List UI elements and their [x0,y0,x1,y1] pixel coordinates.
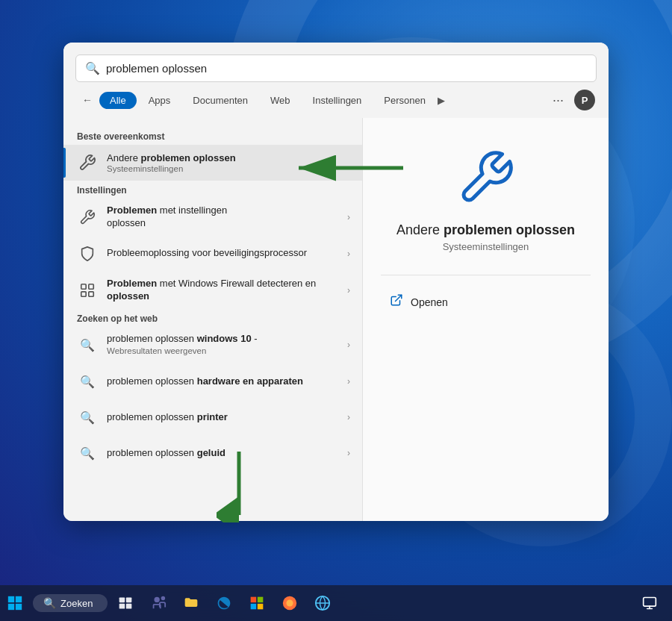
tab-apps[interactable]: Apps [138,92,181,109]
result-beveilig-text: Probleemoplossing voor beveiligingsproce… [107,247,341,260]
right-panel: Andere problemen oplossen Systeeminstell… [362,118,609,521]
chevron-icon-5: › [347,376,350,387]
result-web-geluid[interactable]: 🔍 problemen oplossen geluid › [63,435,362,471]
svg-point-23 [286,599,293,606]
tab-web[interactable]: Web [260,92,301,109]
search-web-icon-2: 🔍 [75,369,99,393]
svg-rect-0 [81,284,86,288]
result-andere-problemen[interactable]: Andere problemen oplossen Systeeminstell… [63,145,362,181]
svg-rect-2 [81,292,86,296]
preview-wrench-icon [456,148,516,210]
section-instellingen: Instellingen [63,181,362,199]
search-web-icon-4: 🔍 [75,441,99,465]
section-beste: Beste overeenkomst [63,127,362,145]
result-andere-text: Andere problemen oplossen Systeeminstell… [107,152,350,174]
result-web-printer-title: problemen oplossen printer [107,411,341,424]
result-beveilig-title: Probleemoplossing voor beveiligingsproce… [107,247,341,260]
tab-instellingen[interactable]: Instellingen [302,92,373,109]
svg-rect-11 [8,604,14,610]
preview-divider [381,275,591,275]
result-web-windows10-title: problemen oplossen windows 10 -Webresult… [107,333,341,358]
search-window: 🔍 ← Alle Apps Documenten Web Instellinge… [63,43,609,521]
settings-icon [314,595,331,611]
user-avatar[interactable]: P [574,90,595,110]
chevron-icon-1: › [347,212,350,222]
start-button[interactable] [0,588,30,618]
svg-line-4 [396,295,402,301]
chevron-icon-7: › [347,448,350,458]
svg-rect-20 [251,604,257,610]
search-input-row[interactable]: 🔍 [75,54,597,82]
result-instellingen-text: Problemen met instellingenoplossen [107,205,341,230]
svg-point-17 [155,597,160,602]
left-panel: Beste overeenkomst Andere problemen oplo… [63,118,362,521]
taskbar-search-label: Zoeken [60,598,93,609]
svg-rect-1 [89,284,93,288]
svg-rect-13 [119,598,125,603]
explorer-button[interactable] [176,588,206,618]
monitor-icon [642,596,657,611]
tab-more-area: ··· P [548,90,595,110]
chevron-icon-6: › [347,412,350,422]
result-beveiligingsprocessor[interactable]: Probleemoplossing voor beveiligingsproce… [63,236,362,272]
openen-button[interactable]: Openen [381,287,457,316]
more-tabs-button[interactable]: ▶ [438,95,445,106]
teams-button[interactable] [143,588,173,618]
search-web-icon-1: 🔍 [75,333,99,357]
result-firewall-title: Problemen met Windows Firewall detectere… [107,278,341,303]
tab-personen[interactable]: Personen [373,92,436,109]
settings-button[interactable] [308,588,337,618]
system-tray[interactable] [635,588,665,618]
explorer-icon [183,596,199,611]
search-icon: 🔍 [85,61,100,75]
tab-documenten[interactable]: Documenten [182,92,258,109]
svg-rect-10 [16,596,22,602]
ellipsis-button[interactable]: ··· [548,91,568,110]
store-button[interactable] [242,588,272,618]
chevron-icon-4: › [347,340,350,350]
result-web-printer[interactable]: 🔍 problemen oplossen printer › [63,399,362,435]
result-andere-title: Andere problemen oplossen [107,152,350,165]
svg-rect-16 [126,604,132,609]
firefox-button[interactable] [275,588,305,618]
svg-rect-19 [258,597,264,603]
search-web-icon-3: 🔍 [75,405,99,429]
filter-tabs: ← Alle Apps Documenten Web Instellingen … [75,90,597,110]
svg-rect-21 [258,604,264,610]
task-view-button[interactable] [111,588,140,618]
svg-rect-9 [8,596,14,602]
result-web-hardware-title: problemen oplossen hardware en apparaten [107,375,341,388]
svg-rect-25 [644,598,656,607]
shield-icon [75,242,99,266]
result-web-geluid-title: problemen oplossen geluid [107,447,341,460]
edge-button[interactable] [209,588,239,618]
result-web-hardware[interactable]: 🔍 problemen oplossen hardware en apparat… [63,363,362,399]
section-web: Zoeken op het web [63,309,362,327]
svg-rect-14 [126,598,132,603]
back-button[interactable]: ← [77,90,98,110]
result-problemen-instellingen[interactable]: Problemen met instellingenoplossen › [63,199,362,236]
result-web-windows10[interactable]: 🔍 problemen oplossen windows 10 -Webresu… [63,327,362,364]
svg-rect-18 [251,597,257,603]
preview-title: Andere problemen oplossen [396,222,575,238]
preview-subtitle: Systeeminstellingen [443,241,529,252]
result-firewall[interactable]: Problemen met Windows Firewall detectere… [63,272,362,309]
result-instellingen-title: Problemen met instellingenoplossen [107,205,341,230]
taskbar-search-button[interactable]: 🔍 Zoeken [33,594,108,612]
svg-rect-12 [16,604,22,610]
store-icon [249,596,264,611]
wrench-icon-main [75,151,99,175]
result-web-printer-text: problemen oplossen printer [107,411,341,424]
svg-rect-15 [119,604,125,609]
windows-logo-icon [7,596,22,611]
tab-alle[interactable]: Alle [99,92,137,109]
chevron-icon-3: › [347,285,350,296]
result-web-windows10-text: problemen oplossen windows 10 -Webresult… [107,333,341,358]
result-firewall-text: Problemen met Windows Firewall detectere… [107,278,341,303]
taskbar-search-icon: 🔍 [43,597,56,609]
teams-icon [150,595,167,611]
wrench-icon-1 [75,205,99,229]
search-input[interactable] [106,62,587,75]
firewall-icon [75,278,99,302]
svg-rect-3 [89,292,93,296]
